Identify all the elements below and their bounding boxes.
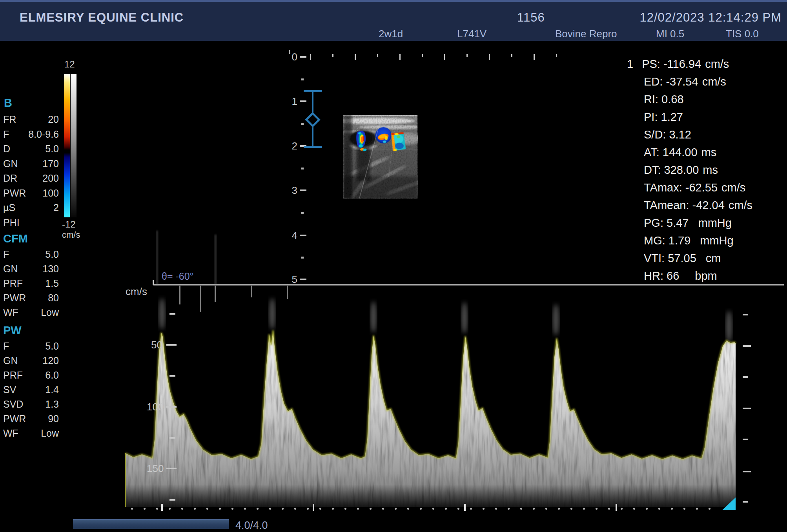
- measurement-label-value: TAmean: -42.04: [644, 199, 725, 211]
- lateral-tick: [332, 54, 333, 57]
- cine-progress-bar[interactable]: [73, 519, 229, 529]
- exam-preset: Bovine Repro: [555, 28, 617, 40]
- time-dot: [269, 508, 271, 510]
- depth-major-tick: [300, 100, 306, 102]
- time-dot: [633, 508, 635, 510]
- measurement-label-value: VTI: 57.05: [644, 252, 696, 264]
- time-dot: [696, 508, 698, 510]
- velocity-minor-tick: [169, 437, 175, 439]
- time-dot: [545, 508, 547, 510]
- time-dot: [596, 508, 598, 510]
- time-dot: [709, 508, 710, 510]
- time-dot: [219, 508, 221, 510]
- measurement-HR: HR: 66bpm: [627, 270, 784, 287]
- measurement-unit: bpm: [695, 270, 717, 282]
- measurement-unit: ms: [701, 146, 717, 159]
- measurement-AT: AT: 144.00ms: [627, 146, 784, 164]
- time-dot: [131, 508, 133, 510]
- time-dot: [407, 508, 409, 510]
- measurement-label-value: PG: 5.47: [644, 217, 689, 229]
- measurement-MG: MG: 1.79mmHg: [627, 234, 784, 252]
- time-dot: [319, 508, 321, 510]
- time-dot: [257, 508, 259, 510]
- peak-fuzz-smoke: [370, 301, 377, 333]
- lateral-tick: [310, 54, 311, 60]
- measurement-unit: mmHg: [698, 217, 731, 229]
- param-value: 200: [42, 173, 59, 184]
- time-dot: [621, 508, 623, 510]
- velocity-right-tick: [743, 345, 751, 347]
- probe-model: L741V: [457, 28, 486, 40]
- velocity-right-tick: [743, 314, 748, 315]
- lateral-tick: [556, 54, 557, 57]
- measurement-label-value: PI: 1.27: [644, 111, 683, 123]
- measurement-results-panel: 1PS: -116.94cm/sED: -37.54cm/sRI: 0.68PI…: [627, 58, 784, 287]
- gestational-age: 2w1d: [379, 28, 403, 40]
- velocity-minor-tick: [169, 375, 175, 377]
- depth-label-2: 2: [282, 140, 297, 152]
- time-dot: [658, 508, 660, 510]
- depth-minor-tick: [301, 78, 304, 80]
- param-label: F: [3, 129, 9, 140]
- depth-major-tick: [300, 56, 306, 58]
- pw-gate-bottom-bar[interactable]: [304, 146, 322, 148]
- time-dot: [181, 508, 183, 510]
- depth-label-1: 1: [282, 95, 297, 107]
- tis-value: TIS 0.0: [726, 28, 759, 40]
- measurement-unit: cm/s: [702, 75, 726, 88]
- time-dot: [169, 508, 171, 510]
- measurement-RI: RI: 0.68: [627, 93, 784, 111]
- peak-fuzz-smoke: [159, 298, 165, 330]
- ruler-corner-mark: [289, 50, 290, 54]
- param-label: DR: [3, 173, 17, 184]
- time-dot: [332, 508, 334, 510]
- measurement-label-value: MG: 1.79: [644, 234, 690, 247]
- peak-fuzz-artifacts: [159, 298, 732, 342]
- measurement-unit: cm/s: [705, 58, 729, 70]
- measurement-unit: cm: [706, 252, 721, 264]
- time-dot: [294, 508, 296, 510]
- peak-fuzz-smoke: [461, 302, 468, 333]
- time-dot: [244, 508, 246, 510]
- time-dot: [156, 508, 158, 510]
- param-value: 20: [48, 114, 59, 125]
- exam-id: 1156: [517, 11, 545, 25]
- baseline-dash: [200, 286, 201, 312]
- measurement-label-value: AT: 144.00: [644, 146, 698, 159]
- time-dot: [671, 508, 673, 510]
- measurement-unit: ms: [703, 164, 718, 176]
- pw-gate-top-bar[interactable]: [304, 90, 322, 92]
- pw-gate-diamond[interactable]: [305, 112, 321, 128]
- grayscale-bar: [71, 74, 77, 217]
- measurement-TAmean: TAmean: -42.04cm/s: [627, 199, 784, 217]
- measurement-label-value: S/D: 3.12: [644, 128, 691, 141]
- measurement-label-value: HR: 66: [644, 270, 679, 282]
- spectral-bottom-fade: [124, 485, 738, 507]
- time-dot: [231, 508, 233, 510]
- time-dot: [495, 508, 497, 510]
- velocity-minor-tick: [169, 499, 175, 501]
- param-value: 100: [42, 188, 59, 199]
- color-doppler-scale-bar: [64, 74, 70, 217]
- time-major-tick: [464, 504, 466, 511]
- velocity-major-tick: [166, 344, 177, 346]
- baseline-dash: [215, 286, 216, 302]
- velocity-right-tick: [743, 501, 748, 503]
- velocity-major-tick: [166, 468, 177, 469]
- b_mode-param-row-µS: µS2: [3, 202, 59, 215]
- time-dot: [583, 508, 585, 510]
- param-label: PWR: [3, 188, 26, 199]
- time-dot: [282, 508, 284, 510]
- baseline-dash: [251, 286, 252, 297]
- velocity-right-tick: [743, 471, 751, 472]
- time-dot: [483, 508, 485, 510]
- param-value: 5.0: [45, 143, 59, 155]
- noise-streak: [156, 231, 158, 285]
- peak-fuzz-smoke: [726, 311, 732, 342]
- measurement-PG: PG: 5.47mmHg: [627, 217, 784, 234]
- noise-streak: [215, 235, 217, 285]
- ultrasound-screen: ELMESIRY EQUINE CLINIC 1156 12/02/2023 1…: [0, 0, 787, 532]
- b_mode-param-row-F: F8.0-9.6: [3, 129, 59, 142]
- time-dot: [420, 508, 422, 510]
- b_mode-param-row-PWR: PWR100: [3, 188, 59, 201]
